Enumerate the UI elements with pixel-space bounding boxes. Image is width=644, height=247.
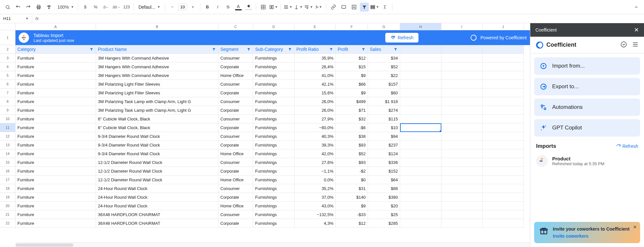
cell[interactable]: Furnishings [253,141,294,149]
cell[interactable]: $32 [336,115,368,123]
row-header[interactable]: 7 [0,89,15,97]
header-cell[interactable]: Profit Ratio [294,45,336,54]
row-header[interactable]: 21 [0,210,15,219]
import-from-button[interactable]: Import from... [534,57,640,75]
cell[interactable] [441,167,483,176]
cell[interactable]: Home Office [218,202,253,210]
cell[interactable]: Furniture [15,149,96,158]
cell[interactable] [400,149,441,158]
cell[interactable] [400,141,441,149]
cell[interactable]: $499 [336,97,368,106]
cell[interactable]: Furnishings [253,184,294,193]
row-header[interactable]: 3 [0,54,15,62]
cell[interactable]: 40,3% [294,132,336,141]
cell[interactable]: Furnishings [253,202,294,210]
number-format-icon[interactable]: 123 [122,3,131,12]
cell[interactable] [400,132,441,141]
bold-icon[interactable]: B [203,3,212,12]
cell[interactable] [400,219,441,228]
cell[interactable]: 3M Polarizing Light Filter Sleeves [96,89,218,97]
cell[interactable]: Furniture [15,71,96,80]
col-header-H[interactable]: H [400,23,441,30]
invite-link[interactable]: Invite coworkers [553,233,630,239]
cell[interactable]: $152 [368,167,400,176]
cell[interactable]: 43,0% [294,202,336,210]
font-size-input[interactable] [178,4,187,11]
cell[interactable]: Furniture [15,219,96,228]
cell[interactable]: $94 [368,132,400,141]
search-icon[interactable] [3,3,12,12]
merge-icon[interactable]: ▼ [269,3,278,12]
text-color-icon[interactable]: A [234,3,243,12]
cell[interactable] [400,71,441,80]
link-icon[interactable] [329,3,338,12]
cell[interactable]: Furniture [15,97,96,106]
cell[interactable]: Home Office [218,149,253,158]
col-header-A[interactable]: A [15,23,96,30]
decrease-decimal-icon[interactable]: .0← [101,3,111,12]
cell[interactable]: -$33 [336,210,368,219]
cell[interactable] [483,149,524,158]
cell[interactable]: 6" Cubicle Wall Clock, Black [96,115,218,123]
cell[interactable]: $60 [368,89,400,97]
cell[interactable] [400,158,441,167]
row-header[interactable]: 11 [0,123,15,132]
cell[interactable]: Furnishings [253,158,294,167]
cell[interactable]: Home Office [218,71,253,80]
cell[interactable]: Furniture [15,167,96,176]
cell[interactable]: Corporate [218,123,253,132]
cell[interactable]: Furniture [15,80,96,89]
cell[interactable]: 6" Cubicle Wall Clock, Black [96,123,218,132]
cell[interactable]: 26,0% [294,97,336,106]
collapse-toolbar-icon[interactable] [632,3,641,12]
cell[interactable]: Corporate [218,141,253,149]
cell[interactable]: Corporate [218,219,253,228]
cell[interactable]: −132,5% [294,210,336,219]
cell[interactable]: $52 [336,149,368,158]
name-box[interactable]: H11▼ [0,14,32,23]
cell[interactable] [441,149,483,158]
cell[interactable]: $34 [368,54,400,62]
cell[interactable] [483,62,524,71]
row-header[interactable]: 10 [0,115,15,123]
cell[interactable] [483,80,524,89]
cell[interactable]: 3M Polarizing Light Filter Sleeves [96,80,218,89]
cell[interactable]: 9-3/4 Diameter Round Wall Clock [96,132,218,141]
cell[interactable] [483,193,524,202]
decrease-font-icon[interactable]: − [168,3,177,12]
col-header-I[interactable]: I [441,23,483,30]
cell[interactable] [483,97,524,106]
cell[interactable]: 26,0% [294,106,336,115]
borders-icon[interactable] [259,3,268,12]
header-cell[interactable] [441,45,483,54]
cell[interactable]: Furniture [15,158,96,167]
cell[interactable]: 27,9% [294,115,336,123]
cell[interactable]: $15 [336,62,368,71]
italic-icon[interactable]: I [213,3,222,12]
cell[interactable] [483,210,524,219]
cell[interactable] [483,167,524,176]
refresh-button[interactable]: Refresh [385,33,418,43]
col-header-D[interactable]: D [253,23,294,30]
header-cell[interactable]: Category [15,45,96,54]
cell[interactable]: $64 [368,176,400,184]
cell[interactable] [400,97,441,106]
automations-button[interactable]: Automations [534,99,640,116]
cell[interactable]: $31 [336,184,368,193]
cell[interactable] [441,132,483,141]
cell[interactable] [483,123,524,132]
cell[interactable] [400,115,441,123]
rotate-icon[interactable]: A▼ [314,3,323,12]
cell[interactable]: 9-3/4 Diameter Round Wall Clock [96,149,218,158]
header-cell[interactable]: Product Name [96,45,218,54]
cell[interactable] [441,184,483,193]
close-invite-icon[interactable]: ✕ [633,224,637,230]
cell[interactable]: Furnishings [253,176,294,184]
paint-format-icon[interactable] [44,3,53,12]
cell[interactable]: $9 [336,71,368,80]
cell[interactable] [483,132,524,141]
cell[interactable]: Furnishings [253,106,294,115]
gpt-copilot-button[interactable]: GPT Copilot [534,119,640,137]
cell[interactable] [483,71,524,80]
cell[interactable]: $93 [336,141,368,149]
